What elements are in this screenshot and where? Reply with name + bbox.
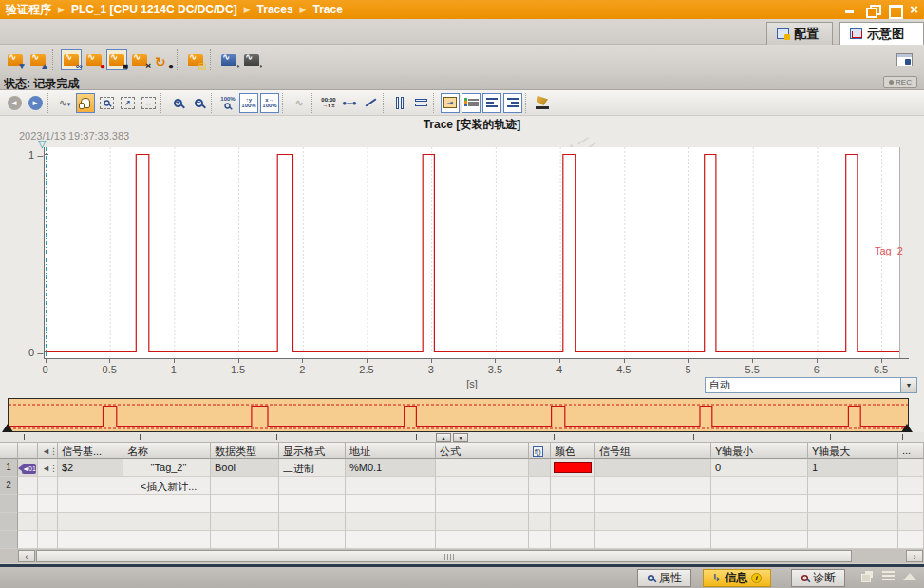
cell-tag[interactable]: [18, 495, 38, 513]
cell-ymin[interactable]: [711, 477, 808, 495]
tab-diagnostics[interactable]: 诊断: [791, 569, 845, 587]
cell-ymin[interactable]: 0: [711, 459, 808, 477]
cell-name[interactable]: [123, 495, 211, 513]
export-measurement-icon[interactable]: ∿➝: [218, 49, 239, 70]
float-view-icon[interactable]: [896, 53, 913, 66]
cell-ymax[interactable]: [808, 513, 898, 531]
breadcrumb-item[interactable]: Traces: [257, 3, 293, 16]
zoom-selection-icon[interactable]: [97, 93, 116, 113]
snap-cursor-icon[interactable]: ∿▾: [55, 93, 74, 113]
cell-src[interactable]: [38, 477, 58, 495]
chevron-down-icon[interactable]: ▼: [900, 378, 916, 392]
cell-color[interactable]: [551, 477, 595, 495]
x-scale-100-icon[interactable]: x→100%: [260, 93, 279, 113]
cell-name[interactable]: [123, 531, 211, 549]
cell-formula[interactable]: [436, 513, 529, 531]
cell-base[interactable]: [58, 477, 123, 495]
cell-datatype[interactable]: [211, 531, 279, 549]
align-legend-right-icon[interactable]: [503, 93, 522, 113]
cell-src[interactable]: [38, 513, 58, 531]
breadcrumb-item[interactable]: Trace: [313, 3, 343, 16]
cell-format[interactable]: [279, 513, 346, 531]
pan-icon[interactable]: [76, 93, 95, 113]
maximize-icon[interactable]: [888, 4, 900, 15]
cell-ymax[interactable]: [808, 531, 898, 549]
cell-formula[interactable]: [436, 477, 529, 495]
tab-configuration[interactable]: 配置: [766, 22, 833, 45]
scroll-left-icon[interactable]: ‹: [18, 550, 35, 562]
legend-position-icon[interactable]: ⇥: [441, 93, 460, 113]
cell-ymin[interactable]: [711, 513, 808, 531]
show-signals-icon[interactable]: ∿: [290, 93, 309, 113]
cell-format[interactable]: [279, 531, 346, 549]
expand-down-icon[interactable]: ▼: [453, 433, 468, 442]
cell-color[interactable]: [551, 459, 595, 477]
tab-info[interactable]: ↳ 信息 i: [703, 569, 771, 587]
cell-base[interactable]: [58, 513, 123, 531]
cell-more[interactable]: [898, 513, 924, 531]
cell-group[interactable]: [595, 495, 711, 513]
tab-properties[interactable]: 属性: [637, 569, 691, 587]
cell-base[interactable]: [58, 531, 123, 549]
cell-tag[interactable]: [18, 531, 38, 549]
cell-tag[interactable]: ◄01: [18, 459, 38, 477]
close-icon[interactable]: ×: [910, 4, 918, 15]
align-legend-left-icon[interactable]: [482, 93, 501, 113]
cell-ymax[interactable]: 1: [808, 459, 898, 477]
cell-group[interactable]: [595, 513, 711, 531]
cell-name[interactable]: [123, 513, 211, 531]
cell-datatype[interactable]: [211, 513, 279, 531]
cell-fx[interactable]: [529, 459, 551, 477]
show-sample-points-icon[interactable]: ●─●: [340, 93, 359, 113]
signal-color-swatch[interactable]: [554, 462, 592, 473]
zoom-time-range-icon[interactable]: ↔: [139, 93, 158, 113]
export-measurement-alt-icon[interactable]: ∿➝: [241, 49, 262, 70]
cell-format[interactable]: [279, 495, 346, 513]
cell-formula[interactable]: [436, 459, 529, 477]
transfer-configuration-to-device-icon[interactable]: ∿▼: [5, 49, 26, 70]
expand-up-icon[interactable]: ▲: [436, 433, 451, 442]
cell-format[interactable]: [279, 477, 346, 495]
cell-formula[interactable]: [436, 531, 529, 549]
cell-datatype[interactable]: [211, 477, 279, 495]
cell-src[interactable]: [38, 531, 58, 549]
time-alignment-icon[interactable]: 00:00→t ±: [319, 93, 338, 113]
tab-diagram[interactable]: 示意图: [839, 22, 924, 45]
cell-name[interactable]: "Tag_2": [123, 459, 211, 477]
copy-to-measurements-icon[interactable]: ∿▤: [185, 49, 206, 70]
cell-datatype[interactable]: Bool: [211, 459, 279, 477]
split-horizontal-icon[interactable]: [411, 93, 430, 113]
zoom-out-icon[interactable]: −: [189, 93, 208, 113]
float-panel-icon[interactable]: [861, 571, 874, 582]
minimize-icon[interactable]: [844, 4, 857, 15]
cell-fx[interactable]: [529, 495, 551, 513]
cell-color[interactable]: [551, 531, 595, 549]
interpolation-icon[interactable]: [361, 93, 380, 113]
cell-more[interactable]: [898, 495, 924, 513]
plot-area[interactable]: [44, 147, 900, 358]
cell-format[interactable]: 二进制: [279, 459, 346, 477]
cell-address[interactable]: %M0.1: [346, 459, 436, 477]
overview-range-handle-right[interactable]: [901, 424, 913, 432]
cell-tag[interactable]: [18, 513, 38, 531]
cell-more[interactable]: [898, 459, 924, 477]
cell-group[interactable]: [595, 531, 711, 549]
cell-address[interactable]: [346, 531, 436, 549]
horizontal-scrollbar[interactable]: ‹ ›: [0, 549, 924, 563]
delete-trace-icon[interactable]: ∿×: [129, 49, 150, 70]
cell-formula[interactable]: [436, 495, 529, 513]
cell-ymax[interactable]: [808, 477, 898, 495]
overview-strip[interactable]: [8, 398, 909, 432]
cell-more[interactable]: [898, 477, 924, 495]
cell-fx[interactable]: [529, 513, 551, 531]
cell-ymin[interactable]: [711, 531, 808, 549]
cell-fx[interactable]: [529, 531, 551, 549]
y-scale-100-icon[interactable]: ↑y100%: [239, 93, 258, 113]
auto-repeat-icon[interactable]: ↻●: [152, 49, 173, 70]
zoom-dynamic-icon[interactable]: ↗: [118, 93, 137, 113]
cell-address[interactable]: [346, 477, 436, 495]
stop-recording-icon[interactable]: ∿■: [106, 49, 127, 70]
cell-fx[interactable]: [529, 477, 551, 495]
start-recording-icon[interactable]: ∿●: [84, 49, 104, 70]
float-window-icon[interactable]: [866, 4, 878, 15]
